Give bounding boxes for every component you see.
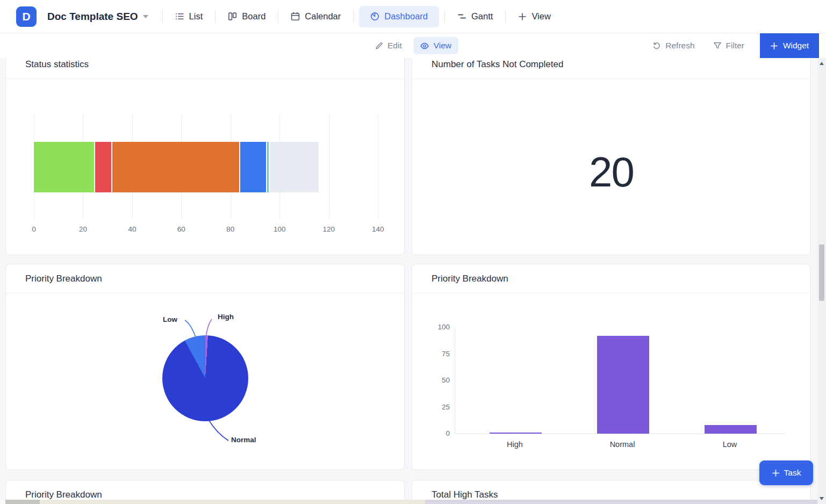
not-completed-count: 20 — [412, 148, 810, 197]
bar-low — [705, 425, 757, 434]
tab-label: Dashboard — [384, 11, 428, 21]
vertical-scrollbar[interactable] — [817, 58, 826, 504]
card-title: Priority Breakdown — [25, 273, 102, 284]
dashboard-icon — [370, 12, 379, 21]
x-tick-label: 120 — [318, 225, 340, 233]
divider — [215, 10, 216, 24]
x-tick-label: 0 — [23, 225, 45, 233]
x-tick-label: 80 — [220, 225, 241, 233]
y-tick-label: 25 — [422, 403, 450, 411]
tab-label: Gantt — [471, 11, 493, 21]
toolbar-mode-group: Edit View — [368, 33, 458, 58]
vbar-area — [455, 328, 786, 434]
tab-label: List — [189, 11, 203, 21]
pie-label-low: Low — [163, 315, 177, 323]
vbar-cats: HighNormalLow — [455, 440, 786, 450]
tab-label: Calendar — [305, 11, 341, 21]
scroll-down-icon[interactable] — [820, 497, 824, 500]
filter-label: Filter — [726, 41, 744, 51]
divider — [353, 10, 354, 24]
dashboard-toolbar: Edit View Ref — [0, 33, 826, 58]
y-tick-label: 50 — [422, 376, 450, 384]
x-tick-label: 100 — [269, 225, 290, 233]
card-title: Priority Breakdown — [432, 273, 508, 284]
pie-leader-line-low — [185, 320, 196, 339]
refresh-button[interactable]: Refresh — [652, 37, 694, 54]
status-ticks: 020406080100120140 — [34, 225, 389, 234]
divider — [505, 10, 506, 24]
scroll-left-button[interactable] — [0, 500, 5, 504]
eye-icon — [420, 41, 429, 51]
plus-icon — [518, 12, 527, 21]
gridline — [378, 113, 378, 219]
tab-calendar[interactable]: Calendar — [279, 6, 352, 27]
bar-normal — [597, 336, 649, 434]
card-status-statistics: Status statistics 020406080100120140 — [5, 49, 405, 255]
status-stacked-bar — [34, 142, 319, 192]
list-icon — [175, 12, 184, 21]
priority-pie — [162, 335, 248, 421]
bar-segment-green-status — [34, 142, 94, 192]
category-label: Low — [703, 440, 757, 449]
card-header: Priority Breakdown — [6, 264, 404, 293]
filter-icon — [713, 41, 722, 50]
tab-label: View — [531, 11, 550, 21]
divider — [444, 10, 445, 24]
y-tick-label: 75 — [422, 350, 450, 358]
tab-add-view[interactable]: View — [507, 6, 562, 27]
edit-label: Edit — [387, 41, 402, 51]
horizontal-scrollbar-thumb[interactable] — [5, 500, 40, 504]
pencil-icon — [375, 41, 383, 50]
card-title: Number of Tasks Not Completed — [432, 59, 563, 69]
gantt-icon — [457, 12, 466, 21]
gridline — [329, 113, 329, 219]
y-tick-label: 100 — [422, 323, 450, 331]
calendar-icon — [291, 12, 300, 21]
bar-segment-red-status — [95, 142, 111, 192]
card-tasks-not-completed: Number of Tasks Not Completed 20 — [412, 49, 811, 255]
tab-dashboard[interactable]: Dashboard — [359, 6, 439, 27]
board-icon — [228, 12, 237, 21]
task-label: Task — [784, 468, 801, 478]
add-task-button[interactable]: Task — [759, 460, 813, 485]
tab-board[interactable]: Board — [217, 6, 277, 27]
y-tick-label: 0 — [422, 429, 450, 437]
vertical-scrollbar-thumb[interactable] — [819, 244, 824, 301]
card-title: Status statistics — [25, 59, 89, 69]
bar-segment-orange-status — [112, 142, 239, 192]
card-priority-pie: Priority Breakdown Low High Normal — [5, 264, 405, 470]
pie-label-high: High — [218, 313, 234, 321]
x-tick-label: 20 — [72, 225, 94, 233]
dashboard-page: Status statistics 020406080100120140 Num… — [0, 0, 826, 504]
x-tick-label: 60 — [170, 225, 192, 233]
card-header: Priority Breakdown — [412, 264, 810, 293]
workspace-logo[interactable]: D — [16, 6, 37, 27]
divider — [278, 10, 278, 24]
bar-segment-blue-status — [240, 142, 266, 192]
top-navigation: D Doc Template SEO List Board — [0, 0, 826, 33]
horizontal-scrollbar[interactable] — [0, 500, 817, 504]
vbar-yaxis: 0255075100 — [422, 328, 450, 434]
bar-segment-gray-status — [270, 142, 319, 192]
card-title: Total High Tasks — [432, 489, 498, 500]
tab-gantt[interactable]: Gantt — [446, 6, 504, 27]
add-widget-button[interactable]: Widget — [760, 33, 819, 58]
divider — [162, 10, 163, 24]
widget-label: Widget — [783, 41, 809, 51]
pie-leader-line-normal — [209, 420, 228, 441]
workspace-title-button[interactable]: Doc Template SEO — [47, 11, 148, 23]
x-tick-label: 40 — [121, 225, 143, 233]
plus-icon — [772, 469, 780, 477]
view-button[interactable]: View — [414, 37, 458, 54]
plus-icon — [770, 42, 778, 50]
bar-high — [490, 433, 542, 434]
chevron-down-icon — [143, 15, 148, 18]
pie-label-normal: Normal — [231, 436, 256, 444]
tab-label: Board — [242, 11, 265, 21]
filter-button[interactable]: Filter — [713, 37, 744, 54]
card-title: Priority Breakdown — [25, 489, 102, 500]
scroll-up-icon[interactable] — [820, 62, 824, 65]
tab-list[interactable]: List — [164, 6, 214, 27]
edit-button[interactable]: Edit — [368, 37, 408, 54]
category-label: Normal — [595, 440, 649, 449]
